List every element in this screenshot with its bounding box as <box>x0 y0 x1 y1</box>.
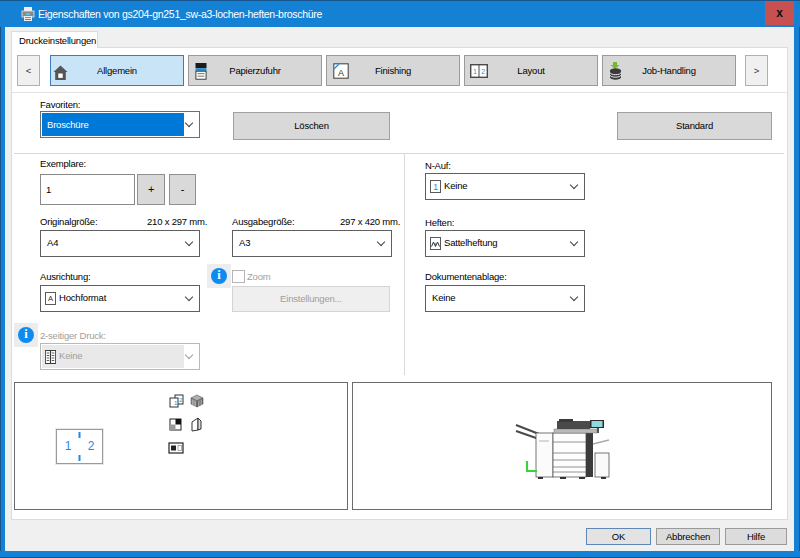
svg-text:1: 1 <box>473 68 477 75</box>
svg-text:A: A <box>338 68 344 78</box>
svg-text:2: 2 <box>481 68 485 75</box>
